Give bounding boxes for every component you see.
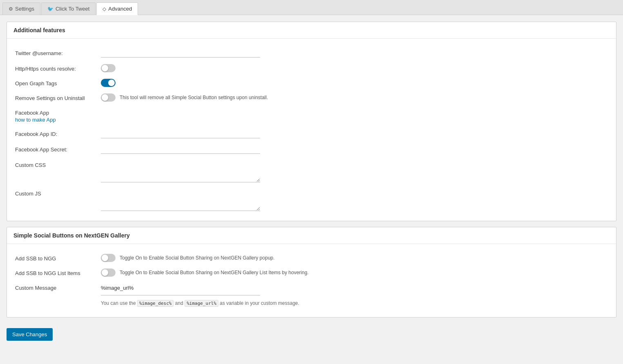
- facebook-app-label: Facebook App: [15, 110, 101, 116]
- custom-js-control: [101, 189, 608, 211]
- add-ssb-ngg-desc: Toggle On to Enable Social Button Sharin…: [120, 255, 275, 261]
- twitter-username-row: Twitter @username:: [15, 45, 608, 61]
- http-counts-toggle[interactable]: [101, 64, 116, 72]
- add-ssb-ngg-wrap: Toggle On to Enable Social Button Sharin…: [101, 254, 608, 262]
- tab-settings-label: Settings: [15, 6, 34, 12]
- custom-css-input[interactable]: [101, 160, 260, 182]
- facebook-app-link[interactable]: how to make App: [15, 117, 101, 123]
- tab-settings[interactable]: ⚙ Settings: [2, 2, 40, 15]
- custom-css-row: Custom CSS: [15, 157, 608, 186]
- custom-message-help: You can use the %image_desc% and %image_…: [101, 300, 608, 307]
- facebook-app-secret-row: Facebook App Secret:: [15, 142, 608, 157]
- http-counts-label: Http/Https counts resolve:: [15, 64, 101, 72]
- advanced-icon: ◇: [102, 6, 106, 12]
- add-ssb-ngg-list-row: Add SSB to NGG List Items Toggle On to E…: [15, 265, 608, 280]
- facebook-app-row: Facebook App how to make App: [15, 105, 608, 126]
- custom-js-row: Custom JS: [15, 186, 608, 214]
- add-ssb-ngg-list-toggle[interactable]: [101, 269, 116, 277]
- help-text-2: and: [174, 300, 185, 306]
- http-counts-row: Http/Https counts resolve:: [15, 61, 608, 75]
- tab-advanced-label: Advanced: [108, 6, 132, 12]
- add-ssb-ngg-label: Add SSB to NGG: [15, 254, 101, 262]
- remove-settings-desc: This tool will remove all Simple Social …: [120, 95, 268, 100]
- facebook-app-secret-label: Facebook App Secret:: [15, 145, 101, 153]
- remove-settings-label: Remove Settings on Uninstall: [15, 93, 101, 101]
- tab-click-to-tweet[interactable]: 🐦 Click To Tweet: [41, 2, 96, 15]
- twitter-username-control: [101, 49, 608, 58]
- http-counts-thumb: [102, 65, 108, 71]
- custom-css-control: [101, 160, 608, 182]
- custom-message-value: %image_url%: [101, 283, 608, 293]
- tab-click-to-tweet-label: Click To Tweet: [56, 6, 89, 12]
- remove-settings-control: This tool will remove all Simple Social …: [101, 93, 608, 102]
- open-graph-thumb: [108, 80, 115, 86]
- facebook-app-id-row: Facebook App ID:: [15, 126, 608, 142]
- twitter-username-input[interactable]: [101, 49, 260, 58]
- remove-settings-row: Remove Settings on Uninstall This tool w…: [15, 90, 608, 105]
- facebook-label-inner: Facebook App how to make App: [15, 110, 101, 123]
- nextgen-gallery-title: Simple Social Buttons on NextGEN Gallery: [7, 227, 616, 244]
- remove-settings-thumb: [102, 94, 108, 101]
- add-ssb-ngg-toggle[interactable]: [101, 254, 116, 262]
- tabs-bar: ⚙ Settings 🐦 Click To Tweet ◇ Advanced: [0, 0, 623, 15]
- help-code-1: %image_desc%: [137, 300, 174, 307]
- help-text-1: You can use the: [101, 300, 137, 306]
- help-text-3: as variable in your custom message.: [218, 300, 299, 306]
- add-ssb-ngg-list-desc: Toggle On to Enable Social Button Sharin…: [120, 270, 309, 275]
- facebook-app-secret-input[interactable]: [101, 145, 260, 154]
- open-graph-label: Open Graph Tags: [15, 79, 101, 87]
- open-graph-toggle[interactable]: [101, 79, 116, 87]
- add-ssb-ngg-list-control: Toggle On to Enable Social Button Sharin…: [101, 269, 608, 277]
- page-content: Additional features Twitter @username: H…: [0, 15, 623, 324]
- save-changes-button[interactable]: Save Changes: [7, 328, 53, 341]
- custom-message-label: Custom Message: [15, 283, 101, 291]
- custom-message-row: Custom Message %image_url% You can use t…: [15, 280, 608, 311]
- facebook-app-id-control: [101, 129, 608, 138]
- facebook-app-label-block: Facebook App how to make App: [15, 108, 101, 123]
- add-ssb-ngg-thumb: [102, 255, 108, 261]
- remove-settings-toggle[interactable]: [101, 93, 116, 102]
- open-graph-control: [101, 79, 608, 87]
- facebook-app-id-input[interactable]: [101, 129, 260, 138]
- add-ssb-ngg-list-thumb: [102, 269, 108, 276]
- twitter-username-label: Twitter @username:: [15, 49, 101, 56]
- custom-css-label: Custom CSS: [15, 160, 101, 168]
- tweet-icon: 🐦: [47, 6, 53, 12]
- http-counts-control: [101, 64, 608, 72]
- add-ssb-ngg-list-label: Add SSB to NGG List Items: [15, 269, 101, 276]
- custom-js-wrapper: [101, 189, 608, 211]
- custom-js-label: Custom JS: [15, 189, 101, 197]
- nextgen-gallery-panel: Simple Social Buttons on NextGEN Gallery…: [7, 227, 616, 317]
- custom-css-wrapper: [101, 160, 608, 182]
- additional-features-panel: Additional features Twitter @username: H…: [7, 22, 616, 221]
- add-ssb-ngg-control: Toggle On to Enable Social Button Sharin…: [101, 254, 608, 262]
- add-ssb-ngg-row: Add SSB to NGG Toggle On to Enable Socia…: [15, 251, 608, 265]
- facebook-app-secret-control: [101, 145, 608, 154]
- nextgen-gallery-body: Add SSB to NGG Toggle On to Enable Socia…: [7, 244, 616, 317]
- additional-features-title: Additional features: [7, 22, 616, 39]
- tab-advanced[interactable]: ◇ Advanced: [96, 2, 138, 15]
- add-ssb-ngg-list-wrap: Toggle On to Enable Social Button Sharin…: [101, 269, 608, 277]
- save-bar: Save Changes: [0, 324, 623, 345]
- remove-settings-wrap: This tool will remove all Simple Social …: [101, 93, 608, 102]
- help-code-2: %image_url%: [185, 300, 218, 307]
- settings-icon: ⚙: [9, 6, 13, 12]
- custom-js-input[interactable]: [101, 189, 260, 211]
- additional-features-body: Twitter @username: Http/Https counts res…: [7, 39, 616, 221]
- facebook-app-id-label: Facebook App ID:: [15, 129, 101, 137]
- open-graph-row: Open Graph Tags: [15, 75, 608, 90]
- custom-message-control: %image_url% You can use the %image_desc%…: [101, 283, 608, 307]
- custom-message-divider: [101, 295, 260, 295]
